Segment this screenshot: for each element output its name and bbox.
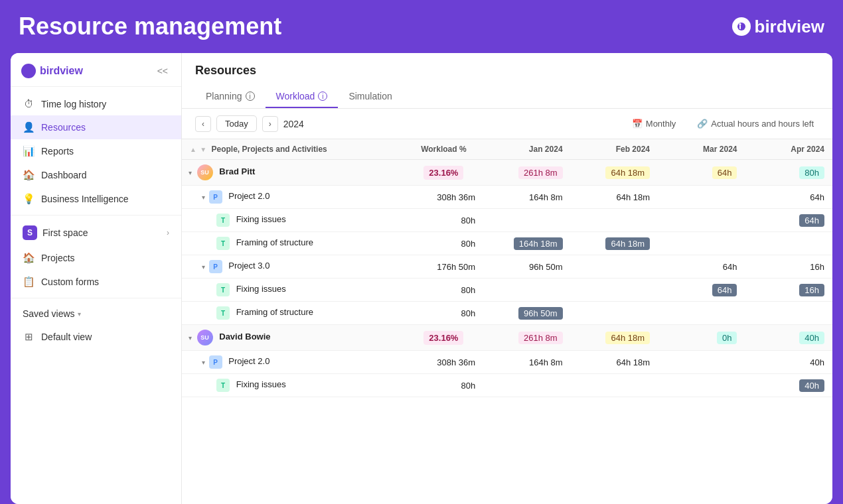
task-name: Fixing issues: [236, 379, 286, 389]
cell-empty: [483, 209, 570, 232]
cell-value: 96h 50m: [483, 302, 570, 325]
task-badge: T: [216, 237, 230, 250]
table-row: T Fixing issues 80h64h: [182, 209, 832, 232]
cell-empty: [658, 374, 745, 397]
nav-divider-2: [11, 298, 181, 298]
sidebar-item-default-view[interactable]: ⊞ Default view: [11, 325, 181, 349]
chevron-right-icon: ›: [167, 228, 169, 237]
cell-empty: [571, 302, 658, 325]
table-row: T Fixing issues 80h40h: [182, 374, 832, 397]
cell-value: 164h 8m: [483, 351, 570, 374]
planning-info-icon: i: [246, 92, 255, 101]
sidebar-item-custom-forms[interactable]: 📋 Custom forms: [11, 270, 181, 294]
sidebar-item-business-intelligence[interactable]: 💡 Business Intelligence: [11, 187, 181, 211]
today-button[interactable]: Today: [216, 115, 257, 132]
cell-value: 64h 18m: [571, 232, 658, 255]
logo-text: birdview: [755, 17, 824, 37]
toolbar: ‹ Today › 2024 📅 Monthly 🔗 Actual hours …: [182, 109, 832, 139]
main-layout: birdview << ⏱ Time log history 👤 Resourc…: [11, 53, 832, 504]
sidebar-item-projects[interactable]: 🏠 Projects: [11, 246, 181, 270]
cell-empty: [658, 186, 745, 209]
tabs: Planning i Workload i Simulation: [195, 86, 819, 108]
sidebar-logo-icon: [21, 64, 36, 78]
task-badge: T: [216, 214, 230, 227]
sidebar-item-label: Dashboard: [41, 170, 87, 180]
saved-views-header[interactable]: Saved views ▾: [11, 302, 181, 325]
project-name-cell: ▾ P Project 3.0: [182, 255, 404, 279]
task-badge: T: [216, 379, 230, 392]
actual-hours-button[interactable]: 🔗 Actual hours and hours left: [692, 116, 819, 131]
nav-divider: [11, 215, 181, 216]
cell-value: 164h 18m: [483, 232, 570, 255]
cell-empty: [745, 232, 832, 255]
resource-table: ▲ ▼ People, Projects and Activities Work…: [182, 139, 832, 397]
task-name-cell: T Fixing issues: [182, 374, 404, 397]
chevron-down-icon: ▾: [78, 310, 81, 318]
main-content: Resources Planning i Workload i Simulati…: [182, 53, 832, 504]
table-header-row: ▲ ▼ People, Projects and Activities Work…: [182, 139, 832, 160]
sidebar-item-dashboard[interactable]: 🏠 Dashboard: [11, 163, 181, 187]
content-header: Resources Planning i Workload i Simulati…: [182, 53, 832, 109]
expand-arrow-icon[interactable]: ▾: [202, 359, 205, 366]
saved-views-label: Saved views: [23, 308, 75, 319]
expand-arrow-icon[interactable]: ▾: [202, 263, 205, 271]
cell-empty: [745, 302, 832, 325]
sidebar-item-time-log-history[interactable]: ⏱ Time log history: [11, 92, 181, 115]
sidebar-item-label: Reports: [41, 146, 74, 157]
task-name: Framing of structure: [236, 237, 313, 247]
tab-workload[interactable]: Workload i: [266, 86, 339, 108]
sidebar-item-first-space[interactable]: S First space ›: [11, 220, 181, 246]
tab-simulation-label: Simulation: [348, 91, 392, 101]
year-label: 2024: [283, 119, 304, 129]
cell-empty: [571, 374, 658, 397]
top-logo: birdview: [732, 17, 824, 37]
tab-planning[interactable]: Planning i: [195, 86, 266, 108]
person-name-cell: ▾ SU Brad Pitt: [182, 160, 404, 186]
sidebar-item-label: Resources: [41, 122, 86, 133]
chevron-down-icon[interactable]: ▾: [189, 169, 192, 176]
col-header-mar: Mar 2024: [658, 139, 745, 160]
sidebar: birdview << ⏱ Time log history 👤 Resourc…: [11, 53, 182, 504]
svg-point-0: [737, 23, 745, 31]
chevron-down-icon[interactable]: ▾: [189, 334, 192, 342]
sidebar-item-reports[interactable]: 📊 Reports: [11, 139, 181, 163]
sidebar-logo: birdview: [21, 64, 83, 78]
sidebar-item-label: Default view: [41, 332, 92, 342]
task-name-cell: T Fixing issues: [182, 209, 404, 232]
sort-down-icon: ▼: [200, 146, 206, 153]
monthly-button[interactable]: 📅 Monthly: [627, 116, 682, 131]
cell-empty: [658, 351, 745, 374]
cell-value: 80h: [745, 160, 832, 186]
avatar: SU: [197, 330, 213, 346]
project-name-cell: ▾ P Project 2.0: [182, 186, 404, 209]
sidebar-item-label: Custom forms: [41, 277, 99, 287]
expand-arrow-icon[interactable]: ▾: [202, 194, 205, 201]
cell-empty: [571, 279, 658, 302]
tab-simulation[interactable]: Simulation: [338, 86, 402, 108]
next-arrow-button[interactable]: ›: [262, 116, 278, 132]
cell-value: 96h 50m: [483, 255, 570, 279]
task-name-cell: T Fixing issues: [182, 279, 404, 302]
time-log-icon: ⏱: [23, 98, 35, 109]
cell-empty: [658, 302, 745, 325]
cell-value: 64h 18m: [571, 325, 658, 351]
col-header-apr: Apr 2024: [745, 139, 832, 160]
cell-empty: [483, 374, 570, 397]
cell-empty: [571, 255, 658, 279]
cell-empty: [658, 209, 745, 232]
prev-arrow-button[interactable]: ‹: [195, 116, 211, 132]
cell-value: 64h: [658, 279, 745, 302]
workload-cell: 176h 50m: [404, 255, 484, 279]
workload-cell: 80h: [404, 374, 484, 397]
cell-value: 261h 8m: [483, 160, 570, 186]
cell-value: 16h: [745, 279, 832, 302]
bi-icon: 💡: [23, 193, 35, 205]
project-badge: P: [209, 260, 222, 273]
sidebar-item-resources[interactable]: 👤 Resources: [11, 115, 181, 139]
cell-value: 40h: [745, 325, 832, 351]
default-view-icon: ⊞: [23, 331, 35, 343]
sidebar-collapse-button[interactable]: <<: [155, 64, 171, 78]
space-label: First space: [42, 227, 88, 238]
task-name: Fixing issues: [236, 214, 286, 224]
top-header: Resource management birdview: [0, 0, 843, 53]
